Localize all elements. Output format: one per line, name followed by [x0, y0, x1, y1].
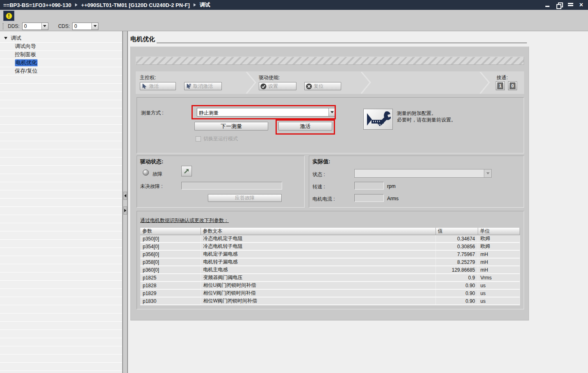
cell-value[interactable]: 0.90: [435, 297, 478, 305]
dds-select[interactable]: 0: [22, 23, 48, 30]
sidebar-item-commissioning-wizard[interactable]: 调试向导: [0, 42, 122, 50]
table-row[interactable]: p356[0] 电机定子漏电感 7.75967 mH: [140, 250, 520, 258]
table-row[interactable]: p360[0] 电机主电感 129.86685 mH: [140, 266, 520, 274]
cell-parameter[interactable]: p1829: [140, 289, 201, 297]
toolbar-grip[interactable]: [2, 23, 4, 30]
measurement-mode-select[interactable]: 静止测量: [197, 108, 335, 117]
cell-unit[interactable]: 欧姆: [478, 243, 520, 250]
activate-measurement-button[interactable]: 激活: [278, 122, 332, 130]
cell-value[interactable]: 0.90: [435, 281, 478, 289]
pending-fault-label: 未决故障 :: [140, 183, 163, 190]
status-select[interactable]: [354, 169, 492, 178]
speed-field[interactable]: [354, 182, 384, 190]
column-header-parameter[interactable]: 参数: [140, 228, 201, 235]
cell-parameter[interactable]: p1830: [140, 297, 201, 305]
cell-value[interactable]: 0.90: [435, 289, 478, 297]
switch-on-1-button[interactable]: 1: [496, 81, 505, 90]
cell-parameter-text[interactable]: 冷态电机定子电阻: [201, 235, 435, 243]
cell-value[interactable]: 0.30856: [435, 243, 478, 250]
cell-unit[interactable]: mH: [478, 266, 520, 274]
column-header-value[interactable]: 值: [435, 228, 478, 235]
cell-parameter[interactable]: p354[0]: [140, 243, 201, 250]
table-row[interactable]: p354[0] 冷态电机转子电阻 0.30856 欧姆: [140, 243, 520, 250]
cell-unit[interactable]: us: [478, 281, 520, 289]
table-row[interactable]: p1825 变频器阀门阈电压 0.9 Vrms: [140, 274, 520, 281]
measurement-config-button[interactable]: [363, 109, 393, 130]
drive-enable-reset-button[interactable]: 复位: [304, 82, 341, 90]
table-row[interactable]: p1830 相位W阀门闭锁时间补偿 0.90 us: [140, 297, 520, 305]
warning-button[interactable]: !: [3, 11, 14, 21]
cell-parameter-text[interactable]: 电机主电感: [201, 266, 435, 274]
minimize-icon[interactable]: [545, 2, 551, 7]
cell-parameter[interactable]: p1825: [140, 274, 201, 281]
collapse-left-button[interactable]: [123, 192, 127, 200]
tree-collapse-icon[interactable]: [4, 37, 7, 39]
actual-values-title: 实际值:: [312, 158, 330, 165]
cell-parameter[interactable]: p358[0]: [140, 258, 201, 266]
next-measurement-button[interactable]: 下一测量: [194, 122, 268, 130]
cell-parameter[interactable]: p1828: [140, 281, 201, 289]
table-row[interactable]: p358[0] 电机转子漏电感 8.25279 mH: [140, 258, 520, 266]
cell-parameter[interactable]: p360[0]: [140, 266, 201, 274]
speed-label: 转速 :: [312, 183, 325, 190]
switch-off-0-button[interactable]: 0: [508, 81, 517, 90]
pane-splitter[interactable]: [122, 31, 128, 373]
cell-value[interactable]: 8.25279: [435, 258, 478, 266]
cell-parameter[interactable]: p356[0]: [140, 250, 201, 258]
cell-value[interactable]: 129.86685: [435, 266, 478, 274]
pending-fault-field[interactable]: [181, 182, 282, 190]
cell-unit[interactable]: 欧姆: [478, 235, 520, 243]
cell-unit[interactable]: mH: [478, 250, 520, 258]
drive-status-group: 驱动状态: 故障 未决故障 : 应答故障: [137, 156, 305, 208]
close-icon[interactable]: ×: [579, 2, 583, 7]
cell-value[interactable]: 0.9: [435, 274, 478, 281]
table-row[interactable]: p1828 相位U阀门闭锁时间补偿 0.90 us: [140, 281, 520, 289]
window-menu-icon[interactable]: [568, 2, 574, 7]
cell-unit[interactable]: mH: [478, 258, 520, 266]
motor-current-field[interactable]: [354, 194, 384, 202]
cell-parameter-text[interactable]: 相位W阀门闭锁时间补偿: [201, 297, 435, 305]
cds-select[interactable]: 0: [72, 23, 98, 30]
page-title: 电机优化: [130, 35, 157, 43]
cell-parameter-text[interactable]: 相位U阀门闭锁时间补偿: [201, 281, 435, 289]
cell-unit[interactable]: Vrms: [478, 274, 520, 281]
breadcrumb-separator-icon: [75, 3, 77, 7]
collapse-right-button[interactable]: [123, 206, 127, 215]
sidebar-item-commissioning-root[interactable]: 调试: [0, 34, 122, 42]
cell-value[interactable]: 0.34674: [435, 235, 478, 243]
cell-unit[interactable]: us: [478, 289, 520, 297]
cell-parameter-text[interactable]: 变频器阀门阈电压: [201, 274, 435, 281]
cell-parameter-text[interactable]: 相位V阀门闭锁时间补偿: [201, 289, 435, 297]
master-control-deactivate-button[interactable]: 取消激活: [184, 82, 222, 90]
chevron-down-icon[interactable]: [328, 108, 335, 116]
table-row[interactable]: p1829 相位V阀门闭锁时间补偿 0.90 us: [140, 289, 520, 297]
restore-icon[interactable]: [556, 2, 562, 7]
cell-parameter-text[interactable]: 冷态电机转子电阻: [201, 243, 435, 250]
breadcrumb-commissioning[interactable]: 调试: [200, 1, 210, 9]
cell-parameter-text[interactable]: 电机转子漏电感: [201, 258, 435, 266]
drive-enable-set-button[interactable]: 设置: [259, 82, 296, 90]
breadcrumb-project[interactable]: ==BP3-BS=1FO3++090-130: [3, 2, 71, 8]
cell-value[interactable]: 7.75967: [435, 250, 478, 258]
switch-to-run-mode-option[interactable]: 切换至运行模式: [196, 135, 238, 142]
checkbox-icon[interactable]: [196, 136, 201, 142]
master-control-activate-button[interactable]: 激活: [140, 82, 176, 90]
sidebar-item-save-reset[interactable]: 保存/复位: [0, 67, 122, 75]
sidebar-item-control-panel[interactable]: 控制面板: [0, 50, 122, 59]
goto-fault-button[interactable]: [181, 166, 192, 176]
chevron-down-icon[interactable]: [91, 23, 98, 30]
column-header-parameter-text[interactable]: 参数文本: [201, 228, 435, 235]
toolbar-row-2: DDS: 0 CDS: 0: [0, 21, 588, 31]
chevron-down-icon[interactable]: [41, 23, 48, 30]
sidebar-item-motor-optimization[interactable]: 电机优化: [0, 59, 122, 67]
cell-parameter[interactable]: p350[0]: [140, 235, 201, 243]
cell-unit[interactable]: us: [478, 297, 520, 305]
navigation-sidebar: 调试 调试向导 控制面板 电机优化 保存/复位: [0, 31, 122, 373]
breadcrumb-device[interactable]: ++090SLT01-TM01 [G120D CU240D-2 PN-F]: [81, 2, 190, 8]
speed-unit: rpm: [387, 183, 396, 189]
table-row[interactable]: p350[0] 冷态电机定子电阻 0.34674 欧姆: [140, 235, 520, 243]
acknowledge-fault-button[interactable]: 应答故障: [208, 194, 282, 202]
column-header-unit[interactable]: 单位: [478, 228, 520, 235]
config-hint-line1: 测量的附加配置。: [397, 110, 436, 117]
cell-parameter-text[interactable]: 电机定子漏电感: [201, 250, 435, 258]
